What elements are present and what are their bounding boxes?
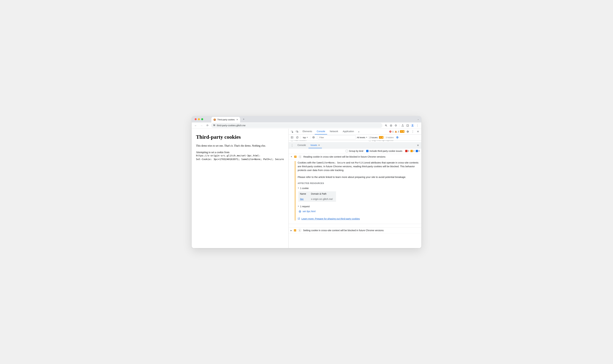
- hidden-messages-count[interactable]: 3 hidden: [386, 136, 394, 139]
- devtools-kebab-icon[interactable]: ⋮: [411, 130, 415, 133]
- profile-avatar[interactable]: [410, 123, 415, 128]
- breaking-change-icon: [294, 229, 297, 232]
- console-sidebar-toggle-icon[interactable]: [290, 135, 294, 140]
- toolbar-divider: [399, 124, 399, 127]
- attempt-url: https://x-origin-src.glitch.me/set-3pc.h…: [196, 154, 284, 157]
- cookie-name-link[interactable]: 3pc: [300, 198, 304, 200]
- affected-cookies-toggle[interactable]: 1 cookie: [298, 187, 419, 190]
- svg-rect-19: [401, 131, 402, 132]
- devtools-tabs-right: 1 2 2 ⋮ ✕: [389, 129, 420, 134]
- live-expression-eye-icon[interactable]: [312, 135, 316, 140]
- svg-rect-33: [295, 230, 295, 231]
- svg-rect-30: [295, 157, 296, 157]
- issues-count[interactable]: 2 Issues: 2: [369, 136, 383, 139]
- tab-list-chevron-icon[interactable]: ⌄: [417, 118, 419, 120]
- affected-request-link[interactable]: set-3pc.html: [299, 209, 419, 213]
- console-filter-input[interactable]: [318, 135, 356, 139]
- clear-console-icon[interactable]: [295, 135, 300, 140]
- forward-button[interactable]: →: [199, 123, 204, 128]
- device-toolbar-icon[interactable]: [295, 129, 299, 134]
- labs-flask-icon[interactable]: [400, 123, 405, 128]
- drawer-tab-issues-close-icon[interactable]: ✕: [318, 144, 320, 146]
- drawer-kebab-icon[interactable]: ⋮: [290, 143, 294, 147]
- issue-title: Reading cookie in cross-site context wil…: [303, 156, 385, 158]
- window-close-button[interactable]: [195, 118, 197, 120]
- svg-rect-9: [406, 124, 409, 126]
- affected-cookies-table: Name Domain & Path 3pc x-origin-src.glit…: [298, 191, 336, 202]
- issue-row-expanded-header[interactable]: ▼ 1 Reading cookie in cross-site context…: [289, 154, 421, 160]
- issue-description-1: Cookies with the SameSite=None; Secure a…: [298, 161, 419, 172]
- reload-button[interactable]: ⟳: [205, 123, 210, 128]
- devtools-close-icon[interactable]: ✕: [416, 130, 420, 133]
- address-bar[interactable]: third-party-cookies.glitch.me: [211, 123, 382, 128]
- svg-rect-16: [396, 131, 396, 132]
- cookie-col-name: Name: [298, 191, 309, 196]
- drawer-close-icon[interactable]: ✕: [416, 144, 420, 147]
- kebab-menu-icon[interactable]: ⋮: [415, 123, 420, 128]
- url-text: third-party-cookies.glitch.me: [217, 124, 246, 127]
- window-maximize-button[interactable]: [201, 118, 203, 120]
- extensions-icon[interactable]: [393, 123, 398, 128]
- page-content: Third-party cookies This demo tries to s…: [192, 129, 288, 248]
- devtools-settings-gear-icon[interactable]: [405, 129, 410, 134]
- titlebar: 🍪 Third-party cookies ✕ + ⌄: [192, 116, 421, 122]
- tab-application[interactable]: Application: [341, 129, 356, 134]
- log-levels-selector[interactable]: All levels: [357, 136, 367, 139]
- svg-rect-17: [396, 132, 396, 132]
- devtools-tabs: Elements Console Network Application » 1…: [289, 129, 421, 135]
- site-settings-icon[interactable]: [213, 124, 215, 127]
- side-panel-icon[interactable]: [405, 123, 410, 128]
- warning-indicator[interactable]: 2: [395, 130, 399, 133]
- log-xhr-checkbox[interactable]: Log XMLHttpRequests: [369, 141, 393, 141]
- console-settings-gear-icon[interactable]: [396, 136, 399, 139]
- browser-window: 🍪 Third-party cookies ✕ + ⌄ ← → ⟳ third-…: [192, 116, 421, 248]
- issues-count-badge: 2: [379, 136, 383, 139]
- warning-count: 2: [398, 130, 399, 133]
- include-3pc-issues-checkbox[interactable]: ✓ Include third-party cookie issues: [366, 150, 402, 152]
- group-by-kind-checkbox[interactable]: Group by kind: [346, 150, 363, 152]
- chevron-right-icon: ▶: [291, 230, 292, 231]
- issue-title: Setting cookie in cross-site context wil…: [303, 229, 384, 232]
- error-indicator[interactable]: 1: [389, 130, 393, 133]
- svg-rect-21: [291, 137, 293, 138]
- issue-occurrence-count: 1: [299, 155, 302, 158]
- tab-elements[interactable]: Elements: [300, 129, 314, 134]
- new-tab-button[interactable]: +: [241, 117, 246, 121]
- inspect-element-icon[interactable]: [290, 129, 294, 134]
- svg-point-25: [313, 137, 314, 138]
- issues-toolbar: Group by kind ✓ Include third-party cook…: [289, 148, 421, 154]
- page-cookie-attempt: Attempting to set a cookie from https://…: [196, 151, 284, 161]
- devtools-panel: Elements Console Network Application » 1…: [288, 129, 421, 248]
- issues-gap: [289, 224, 421, 228]
- tab-network[interactable]: Network: [328, 129, 340, 134]
- svg-line-24: [297, 137, 298, 138]
- zoom-icon[interactable]: [384, 123, 388, 128]
- set-cookie-header: Set-Cookie: 3pc=1703240163971; SameSite=…: [196, 157, 284, 161]
- warning-issue-count: 2: [410, 150, 414, 152]
- issues-badge[interactable]: 2: [400, 130, 404, 133]
- bookmark-star-icon[interactable]: [389, 123, 393, 128]
- console-toolbar: top All levels 2 Issues: 2 3 hidden: [289, 135, 421, 141]
- browser-tab[interactable]: 🍪 Third-party cookies ✕: [211, 117, 240, 122]
- issue-severity-bar: [295, 161, 295, 221]
- hide-network-checkbox[interactable]: Hide network: [291, 141, 307, 141]
- page-heading: Third-party cookies: [196, 134, 284, 140]
- cookie-domain: x-origin-src.glitch.me/: [309, 196, 336, 202]
- chevron-down-icon: ▼: [291, 156, 292, 157]
- window-minimize-button[interactable]: [198, 118, 200, 120]
- drawer-tab-console[interactable]: Console: [296, 143, 308, 148]
- drawer-tab-issues[interactable]: Issues ✕: [309, 143, 322, 148]
- issue-row-collapsed[interactable]: ▶ 1 Setting cookie in cross-site context…: [289, 228, 421, 233]
- more-tabs-chevron-icon[interactable]: »: [357, 129, 361, 134]
- affected-requests-toggle[interactable]: 1 request: [298, 205, 419, 208]
- issues-count-text: 2 Issues:: [369, 136, 378, 139]
- tab-title: Third-party cookies: [217, 118, 235, 121]
- info-issue-count: 0: [416, 150, 420, 152]
- error-count: 1: [392, 130, 393, 133]
- tab-close-icon[interactable]: ✕: [236, 118, 238, 121]
- learn-more-link[interactable]: Learn more: Prepare for phasing out thir…: [298, 217, 419, 221]
- execution-context-selector[interactable]: top: [301, 136, 309, 139]
- tab-console[interactable]: Console: [315, 129, 327, 134]
- toolbar-right-icons: ⋮: [384, 123, 420, 128]
- back-button[interactable]: ←: [193, 123, 198, 128]
